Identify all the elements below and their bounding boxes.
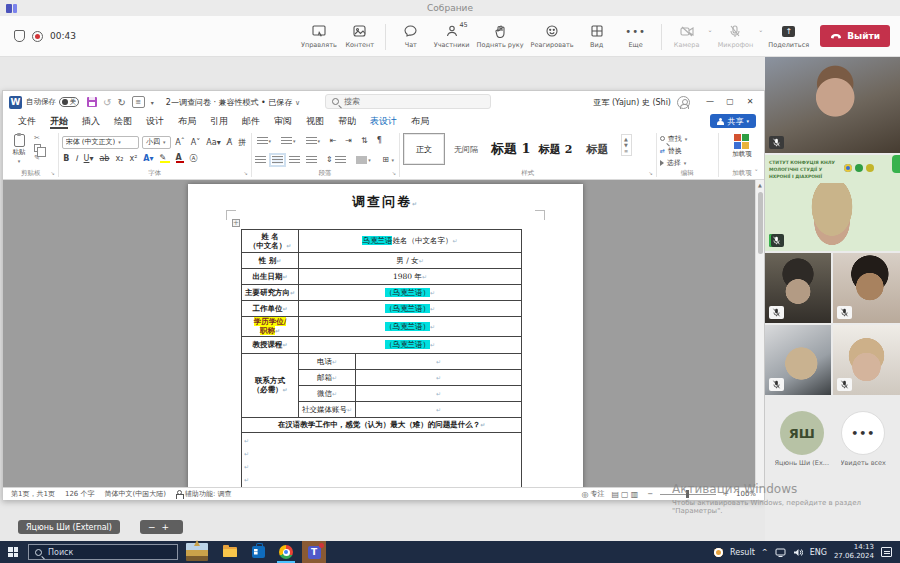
scrollbar-thumb[interactable] xyxy=(758,192,763,254)
number-list-icon[interactable]: ▾ xyxy=(279,137,298,145)
participants-button[interactable]: 45 Участники xyxy=(432,22,472,51)
language-indicator[interactable]: 简体中文(中国大陆) xyxy=(105,489,166,499)
paste-button[interactable]: 粘贴 ▾ xyxy=(7,131,31,169)
leave-button[interactable]: Выйти xyxy=(820,25,890,47)
table-cell-label[interactable]: 出生日期↵ xyxy=(242,269,299,285)
redo-icon[interactable]: ↻ xyxy=(117,97,125,108)
file-explorer-icon[interactable] xyxy=(218,541,242,563)
grow-font-icon[interactable]: Aˆ xyxy=(174,138,186,147)
align-center-icon[interactable] xyxy=(272,156,283,164)
tab-home[interactable]: 开始 xyxy=(43,114,75,129)
table-cell-value[interactable]: （乌克兰语）↵ xyxy=(299,301,522,317)
text-effects-icon[interactable]: A▾ xyxy=(142,154,155,163)
result-label[interactable]: Result xyxy=(730,548,755,557)
minimize-button[interactable]: — xyxy=(700,92,720,112)
tab-references[interactable]: 引用 xyxy=(203,114,235,129)
scroll-up-icon[interactable]: ▲ xyxy=(756,180,764,188)
answer-cell[interactable]: ↵ ↵ ↵ ↵ xyxy=(242,432,522,487)
view-button[interactable]: Вид xyxy=(579,22,615,51)
camera-chevron-icon[interactable]: ⌄ xyxy=(708,26,713,33)
more-button[interactable]: ••• Еще xyxy=(618,22,654,51)
pen-mode-icon[interactable]: ≡ xyxy=(132,96,145,108)
result-app-icon[interactable] xyxy=(714,548,723,557)
italic-button[interactable]: I xyxy=(74,154,79,163)
style-normal[interactable]: 正文 xyxy=(403,133,445,165)
tab-file[interactable]: 文件 xyxy=(11,114,43,129)
styles-gallery-scroll[interactable]: ▲▼≡ xyxy=(621,134,632,156)
participant-video[interactable] xyxy=(833,253,900,323)
tab-draw[interactable]: 绘图 xyxy=(107,114,139,129)
raise-hand-button[interactable]: Поднять руку xyxy=(475,22,526,51)
font-color-icon[interactable]: A xyxy=(174,153,185,163)
zoom-in-icon[interactable]: + xyxy=(162,522,176,532)
table-cell-value[interactable]: 1980 年↵ xyxy=(299,269,522,285)
dialog-launcher-icon[interactable]: ↘ xyxy=(243,169,247,178)
table-cell-value[interactable]: （乌克兰语）↵ xyxy=(299,317,522,337)
participant-avatar-tile[interactable]: ЯШ Яцюнь Ши (Ex... xyxy=(772,411,832,467)
borders-icon[interactable]: ⊞▾ xyxy=(379,155,396,164)
tab-mailings[interactable]: 邮件 xyxy=(235,114,267,129)
react-button[interactable]: Реагировать xyxy=(529,22,576,51)
maximize-button[interactable]: ▢ xyxy=(720,92,740,112)
autosave-control[interactable]: 自动保存 关 xyxy=(26,97,79,107)
document-canvas[interactable]: 调查问卷↵ + 姓 名 （中文名）↵ 乌克兰语姓名（中文名字）↵ xyxy=(3,180,764,487)
table-cell-label[interactable]: 联系方式 （必需）↵ xyxy=(242,353,299,417)
table-cell-value[interactable]: ↵ xyxy=(356,401,522,417)
tab-table-design[interactable]: 表设计 xyxy=(363,114,404,129)
tab-layout[interactable]: 布局 xyxy=(171,114,203,129)
word-share-button[interactable]: 共享 ▾ xyxy=(710,114,756,128)
participant-video[interactable] xyxy=(765,325,831,395)
shading-icon[interactable]: ▾ xyxy=(354,156,373,164)
dialog-launcher-icon[interactable]: ↘ xyxy=(50,169,54,178)
style-title[interactable]: 标题 xyxy=(577,133,619,165)
mic-button[interactable]: Микрофон xyxy=(716,22,756,51)
save-icon[interactable] xyxy=(87,97,97,107)
volume-icon[interactable] xyxy=(793,548,803,557)
tab-design[interactable]: 设计 xyxy=(139,114,171,129)
font-name-select[interactable]: 宋体 (中文正文)▾ xyxy=(62,136,139,149)
replace-button[interactable]: ⇄替换 xyxy=(660,146,688,156)
change-case-icon[interactable]: Aa▾ xyxy=(205,138,222,147)
table-cell-sublabel[interactable]: 邮箱↵ xyxy=(299,369,356,385)
multilevel-list-icon[interactable]: ▾ xyxy=(304,137,323,145)
undo-icon[interactable]: ↺ xyxy=(103,97,111,108)
sort-icon[interactable]: ⇅ xyxy=(360,136,370,145)
microsoft-store-icon[interactable] xyxy=(246,541,270,563)
shrink-font-icon[interactable]: A˅ xyxy=(189,138,201,147)
strikethrough-button[interactable]: ab xyxy=(98,154,111,163)
style-heading1[interactable]: 标题 1 xyxy=(487,133,535,165)
doc-title-chevron-icon[interactable]: ∨ xyxy=(295,99,300,107)
participant-video[interactable] xyxy=(765,253,831,323)
table-cell-label[interactable]: 工作单位↵ xyxy=(242,301,299,317)
doc-heading[interactable]: 调查问卷↵ xyxy=(188,184,583,211)
hidden-icons-chevron[interactable]: ^ xyxy=(762,548,768,556)
word-count[interactable]: 126 个字 xyxy=(65,489,95,499)
subscript-button[interactable]: x₂ xyxy=(114,154,125,163)
zoom-out-icon[interactable]: − xyxy=(148,522,162,532)
start-button[interactable] xyxy=(0,541,26,563)
tab-review[interactable]: 审阅 xyxy=(267,114,299,129)
chat-button[interactable]: Чат xyxy=(393,22,429,51)
table-cell-label[interactable]: 性 别↵ xyxy=(242,253,299,269)
find-button[interactable]: 查找▾ xyxy=(660,134,688,144)
chrome-icon[interactable] xyxy=(274,541,298,563)
style-heading2[interactable]: 标题 2 xyxy=(535,133,577,165)
vertical-scrollbar[interactable]: ▲ xyxy=(755,180,764,487)
phonetic-guide-icon[interactable]: 拼 xyxy=(237,137,248,148)
line-spacing-icon[interactable]: ⇕ xyxy=(323,155,349,164)
table-cell-label[interactable]: 姓 名 （中文名）↵ xyxy=(242,230,299,253)
highlight-color-icon[interactable]: ✎ xyxy=(158,153,171,163)
paragraph-marks-icon[interactable]: ¶ xyxy=(375,136,383,145)
table-cell-value[interactable]: ↵ xyxy=(356,369,522,385)
taskbar-search[interactable]: Поиск xyxy=(28,544,178,560)
zoom-out-button[interactable]: − xyxy=(647,490,653,498)
camera-button[interactable]: Камера xyxy=(669,22,705,51)
close-button[interactable]: ✕ xyxy=(740,92,760,112)
decrease-indent-icon[interactable]: ⇤ xyxy=(328,136,338,145)
share-zoom-pill[interactable]: − + xyxy=(140,520,183,534)
view-mode-icons[interactable]: ▤▢▥ xyxy=(612,490,641,499)
teams-icon[interactable]: T xyxy=(302,541,326,563)
document-page[interactable]: 调查问卷↵ + 姓 名 （中文名）↵ 乌克兰语姓名（中文名字）↵ xyxy=(188,184,583,487)
table-cell-value[interactable]: 乌克兰语姓名（中文名字）↵ xyxy=(299,230,522,253)
share-screen-button[interactable]: ↑ Поделиться xyxy=(766,22,811,51)
